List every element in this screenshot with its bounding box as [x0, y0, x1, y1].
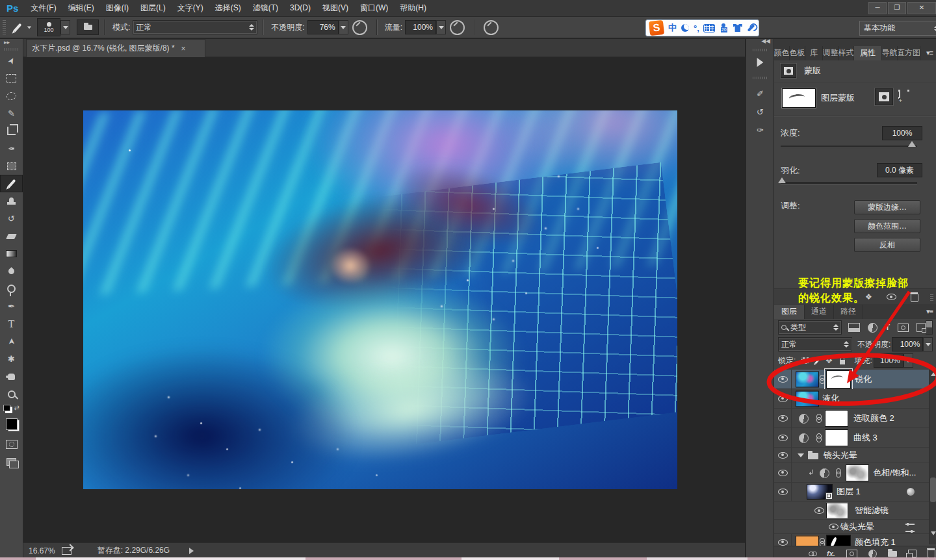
new-group-icon[interactable] [888, 551, 897, 557]
visibility-toggle[interactable] [774, 483, 792, 501]
brush-presets-panel-button[interactable]: ✐ [746, 84, 774, 103]
mask-thumbnail[interactable] [825, 429, 848, 446]
mask-link-icon[interactable] [820, 375, 825, 383]
menu-select[interactable]: 选择(S) [209, 0, 247, 16]
ime-settings-icon[interactable] [747, 24, 755, 32]
delete-layer-icon[interactable] [928, 550, 935, 558]
healing-brush-tool[interactable] [0, 157, 23, 175]
filter-text-icon[interactable]: T [885, 323, 890, 332]
gradient-tool[interactable] [0, 245, 23, 262]
disable-mask-icon[interactable] [887, 294, 896, 300]
tab-channels[interactable]: 通道 [805, 305, 834, 319]
ime-lang-toggle[interactable]: 中 [668, 22, 677, 34]
layer-row-sharpen[interactable]: 锐化 [774, 370, 929, 389]
tab-close-icon[interactable]: × [181, 44, 186, 53]
feather-slider[interactable] [781, 182, 917, 184]
opacity-caret[interactable] [339, 20, 348, 34]
feather-value[interactable]: 0.0 像素 [877, 163, 922, 177]
mask-link-icon[interactable] [816, 414, 822, 422]
menu-type[interactable]: 文字(Y) [172, 0, 209, 16]
toggle-brush-panel-button[interactable] [77, 19, 99, 35]
layer-name[interactable]: 智能滤镜 [855, 505, 889, 516]
visibility-toggle[interactable] [814, 507, 824, 514]
lock-pixels-icon[interactable] [815, 357, 821, 364]
menu-view[interactable]: 视图(V) [317, 0, 354, 16]
custom-shape-tool[interactable]: ✱ [0, 350, 23, 368]
flow-caret[interactable] [436, 20, 446, 34]
visibility-toggle[interactable] [774, 370, 792, 388]
layer-name[interactable]: 液化 [822, 393, 839, 405]
smart-object-thumbnail[interactable] [807, 484, 833, 500]
close-button[interactable]: ✕ [907, 2, 936, 14]
filter-name[interactable]: 镜头光晕 [840, 521, 874, 533]
minimize-button[interactable]: ─ [868, 2, 887, 14]
visibility-toggle[interactable] [774, 463, 792, 482]
visibility-toggle[interactable] [829, 524, 838, 530]
layer-row-hue-saturation[interactable]: ↳ 色相/饱和... [774, 463, 929, 483]
layer-name[interactable]: 色相/饱和... [873, 467, 916, 479]
visibility-toggle[interactable] [774, 428, 792, 447]
scroll-down-icon[interactable] [931, 531, 936, 535]
load-selection-from-mask-icon[interactable]: ❖ [865, 292, 872, 301]
scroll-up-icon[interactable] [931, 372, 936, 376]
foreground-color-swatch[interactable] [6, 418, 18, 430]
pressure-opacity-button[interactable] [352, 20, 367, 35]
default-colors-icon[interactable] [3, 405, 10, 411]
fill-caret[interactable] [904, 353, 913, 368]
tab-styles[interactable]: 样式 [838, 46, 854, 60]
eraser-tool[interactable] [0, 227, 23, 245]
brush-tool[interactable] [0, 175, 23, 192]
layer-thumbnail[interactable] [796, 390, 819, 407]
mask-thumbnail[interactable] [825, 410, 848, 427]
brush-preset-picker[interactable]: 100 [37, 18, 60, 36]
filter-mask-icon[interactable] [898, 324, 909, 332]
menu-edit[interactable]: 编辑(E) [62, 0, 100, 16]
sogou-logo-icon[interactable]: S [649, 20, 664, 36]
visibility-toggle[interactable] [774, 448, 792, 463]
new-adjustment-icon[interactable] [868, 550, 877, 558]
history-panel-button[interactable]: ↺ [746, 103, 774, 121]
airbrush-button[interactable] [450, 20, 465, 35]
layer-opacity-caret[interactable] [923, 337, 933, 351]
dodge-tool[interactable] [0, 280, 23, 298]
history-brush-tool[interactable]: ↺ [0, 210, 23, 227]
add-vector-mask-button[interactable] [899, 91, 900, 100]
link-layers-icon[interactable] [809, 551, 817, 555]
delete-mask-icon[interactable] [911, 294, 918, 302]
menu-help[interactable]: 帮助(H) [394, 0, 432, 16]
layer-row-group-lens-flare[interactable]: 镜头光晕 [774, 448, 929, 463]
restore-button[interactable]: ❐ [888, 2, 906, 14]
filter-adjustment-icon[interactable] [868, 323, 878, 333]
layer-name[interactable]: 镜头光晕 [824, 450, 857, 461]
layer-filter-select[interactable]: 类型 [778, 320, 842, 335]
filter-smart-object-icon[interactable] [916, 323, 926, 332]
lasso-tool[interactable] [0, 87, 23, 105]
layer-row-smart-filters[interactable]: 智能滤镜 [774, 502, 929, 520]
dock-collapse-button[interactable]: ◀◀ [746, 38, 774, 47]
workspace-switcher[interactable]: 基本功能 [859, 21, 936, 36]
tool-preset-caret-icon[interactable] [27, 26, 31, 29]
layer-row-liquify[interactable]: 液化 [774, 389, 929, 409]
group-expand-icon[interactable] [798, 453, 804, 457]
ime-keyboard-icon[interactable] [704, 25, 714, 32]
layer-opacity-input[interactable]: 100% [892, 337, 923, 351]
clone-stamp-tool[interactable] [0, 192, 23, 210]
fill-input[interactable]: 100% [874, 353, 904, 368]
density-slider[interactable] [781, 146, 917, 147]
document-tab[interactable]: 水下片.psd @ 16.7% (锐化, 图层蒙版/8) * × [26, 39, 205, 57]
underwater-photo[interactable] [83, 110, 677, 489]
hand-tool[interactable] [0, 368, 23, 385]
quick-selection-tool[interactable]: ✎ [0, 105, 23, 122]
lock-position-icon[interactable]: ✥ [826, 356, 832, 365]
layer-thumbnail[interactable] [796, 371, 819, 387]
brush-tool-indicator[interactable] [8, 19, 27, 36]
filter-blending-options-icon[interactable] [905, 524, 915, 532]
layer-style-icon[interactable]: fx. [827, 550, 835, 557]
marquee-tool[interactable] [0, 70, 23, 87]
layer-name[interactable]: 图层 1 [837, 486, 861, 498]
filter-toggle-switch[interactable] [926, 320, 933, 335]
mask-link-icon[interactable] [836, 468, 841, 477]
pressure-size-button[interactable] [484, 20, 499, 35]
menu-image[interactable]: 图像(I) [100, 0, 135, 16]
visibility-toggle[interactable] [774, 409, 792, 427]
